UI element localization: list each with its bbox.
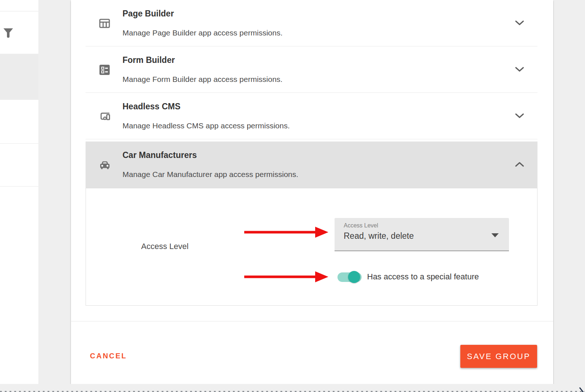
app-title: Page Builder: [122, 9, 174, 19]
chevron-up-icon[interactable]: [515, 162, 524, 167]
app-title: Car Manufacturers: [122, 150, 197, 160]
special-feature-toggle[interactable]: [337, 272, 362, 282]
app-title: Headless CMS: [122, 102, 181, 112]
access-level-field-label: Access Level: [141, 242, 189, 251]
app-row-car-manufacturers[interactable]: Car Manufacturers Manage Car Manufacture…: [86, 142, 537, 188]
dropdown-selected-value: Read, write, delete: [344, 231, 414, 241]
filter-funnel-icon: [3, 28, 13, 39]
annotation-arrow-dropdown: [244, 226, 329, 238]
sidebar-divider: [0, 186, 38, 186]
headless-cms-icon: [99, 110, 110, 122]
car-icon: [99, 159, 110, 171]
access-level-dropdown[interactable]: Access Level Read, write, delete: [335, 218, 509, 251]
filter-button[interactable]: [0, 11, 38, 54]
save-group-button[interactable]: SAVE GROUP: [460, 345, 537, 368]
app-row-headless-cms[interactable]: Headless CMS Manage Headless CMS app acc…: [86, 93, 537, 139]
chevron-down-icon[interactable]: [515, 67, 524, 72]
sidebar-top-row: [0, 0, 38, 11]
toggle-thumb: [348, 271, 360, 283]
app-description: Manage Form Builder app access permissio…: [122, 75, 283, 84]
footer-divider: [71, 321, 553, 321]
sidebar: [0, 0, 38, 389]
chevron-down-icon[interactable]: [515, 113, 524, 118]
sidebar-selected-row[interactable]: [0, 54, 38, 100]
app-description: Manage Headless CMS app access permissio…: [122, 121, 290, 130]
annotation-arrow-toggle: [244, 271, 329, 283]
page-builder-icon: [99, 18, 110, 29]
special-feature-toggle-label: Has access to a special feature: [367, 272, 479, 282]
sidebar-divider: [0, 143, 38, 144]
app-row-form-builder[interactable]: Form Builder Manage Form Builder app acc…: [86, 46, 537, 93]
permissions-card: Page Builder Manage Page Builder app acc…: [71, 0, 553, 384]
app-permission-list: Page Builder Manage Page Builder app acc…: [86, 0, 537, 306]
cancel-button[interactable]: CANCEL: [90, 352, 127, 360]
dropdown-caret-icon: [491, 233, 499, 237]
app-row-page-builder[interactable]: Page Builder Manage Page Builder app acc…: [86, 0, 537, 46]
chevron-down-icon[interactable]: [515, 20, 524, 26]
app-description: Manage Car Manufacturer app access permi…: [122, 170, 298, 179]
dropdown-floating-label: Access Level: [344, 222, 378, 229]
app-description: Manage Page Builder app access permissio…: [122, 28, 283, 37]
screenshot-stage: Page Builder Manage Page Builder app acc…: [0, 0, 585, 392]
car-manufacturers-settings-panel: Access Level Access Level Read, write, d…: [86, 188, 537, 306]
app-title: Form Builder: [122, 55, 175, 65]
form-builder-icon: [99, 64, 110, 76]
